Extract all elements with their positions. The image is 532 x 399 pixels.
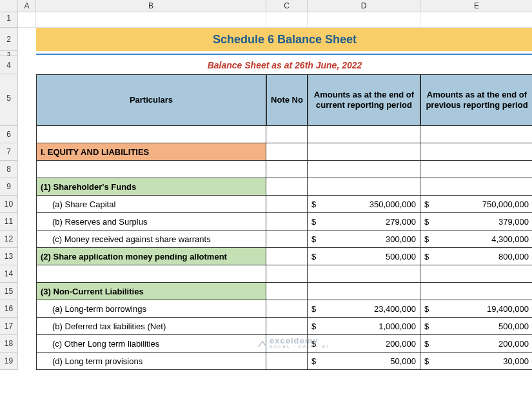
page-title[interactable]: Schedule 6 Balance Sheet xyxy=(36,28,532,51)
amount-current-cell[interactable]: $350,000,000 xyxy=(308,196,420,213)
row-header-18[interactable]: 18 xyxy=(0,335,18,353)
row-header-11[interactable]: 11 xyxy=(0,213,18,230)
note-no-cell[interactable] xyxy=(266,248,308,265)
cell[interactable] xyxy=(18,213,36,230)
cell[interactable] xyxy=(18,353,36,370)
amount-current-cell[interactable]: $200,000 xyxy=(308,335,420,353)
particulars-cell[interactable] xyxy=(36,126,266,143)
col-header-C[interactable]: C xyxy=(266,0,308,12)
particulars-cell[interactable]: (c) Money received against share warrant… xyxy=(36,230,266,248)
note-no-cell[interactable] xyxy=(266,161,308,178)
cell[interactable] xyxy=(18,51,36,56)
amount-current-cell[interactable] xyxy=(308,283,420,300)
amount-previous-cell[interactable]: $19,400,000 xyxy=(420,300,532,318)
amount-current-cell[interactable]: $279,000 xyxy=(308,213,420,230)
amount-previous-cell[interactable] xyxy=(420,143,532,161)
note-no-cell[interactable] xyxy=(266,318,308,335)
header-previous[interactable]: Amounts as at the end of previous report… xyxy=(420,74,532,126)
amount-current-cell[interactable]: $1,000,000 xyxy=(308,318,420,335)
note-no-cell[interactable] xyxy=(266,230,308,248)
amount-previous-cell[interactable]: $750,000,000 xyxy=(420,196,532,213)
row-header-5[interactable]: 5 xyxy=(0,74,18,126)
amount-current-cell[interactable] xyxy=(308,126,420,143)
amount-previous-cell[interactable] xyxy=(420,178,532,196)
particulars-cell[interactable]: (b) Deferred tax liabilities (Net) xyxy=(36,318,266,335)
row-header-6[interactable]: 6 xyxy=(0,126,18,143)
row-header-9[interactable]: 9 xyxy=(0,178,18,196)
row-header-8[interactable]: 8 xyxy=(0,161,18,178)
amount-previous-cell[interactable]: $4,300,000 xyxy=(420,230,532,248)
header-particulars[interactable]: Particulars xyxy=(36,74,266,126)
row-header-12[interactable]: 12 xyxy=(0,230,18,248)
row-header-19[interactable]: 19 xyxy=(0,353,18,370)
cell[interactable] xyxy=(18,74,36,126)
cell[interactable] xyxy=(266,12,308,28)
amount-previous-cell[interactable]: $30,000 xyxy=(420,353,532,370)
amount-current-cell[interactable] xyxy=(308,143,420,161)
cell[interactable] xyxy=(18,230,36,248)
particulars-cell[interactable]: (b) Reserves and Surplus xyxy=(36,213,266,230)
cell[interactable] xyxy=(18,265,36,283)
cell[interactable] xyxy=(18,335,36,353)
amount-current-cell[interactable]: $50,000 xyxy=(308,353,420,370)
select-all-corner[interactable] xyxy=(0,0,18,12)
amount-current-cell[interactable] xyxy=(308,161,420,178)
row-header-7[interactable]: 7 xyxy=(0,143,18,161)
particulars-cell[interactable] xyxy=(36,161,266,178)
note-no-cell[interactable] xyxy=(266,213,308,230)
particulars-cell[interactable]: (a) Share Capital xyxy=(36,196,266,213)
particulars-cell[interactable]: (a) Long-term borrowings xyxy=(36,300,266,318)
cell[interactable] xyxy=(18,28,36,51)
row-header-1[interactable]: 1 xyxy=(0,12,18,28)
note-no-cell[interactable] xyxy=(266,335,308,353)
note-no-cell[interactable] xyxy=(266,143,308,161)
particulars-cell[interactable]: (2) Share application money pending allo… xyxy=(36,248,266,265)
amount-previous-cell[interactable] xyxy=(420,265,532,283)
cell[interactable] xyxy=(420,12,532,28)
particulars-cell[interactable]: (d) Long term provisions xyxy=(36,353,266,370)
cell[interactable] xyxy=(18,248,36,265)
amount-current-cell[interactable]: $500,000 xyxy=(308,248,420,265)
cell[interactable] xyxy=(36,12,266,28)
row-header-13[interactable]: 13 xyxy=(0,248,18,265)
amount-previous-cell[interactable]: $379,000 xyxy=(420,213,532,230)
row-header-10[interactable]: 10 xyxy=(0,196,18,213)
cell[interactable] xyxy=(18,161,36,178)
note-no-cell[interactable] xyxy=(266,178,308,196)
particulars-cell[interactable]: (c) Other Long term liabilities xyxy=(36,335,266,353)
header-note-no[interactable]: Note No xyxy=(266,74,308,126)
amount-previous-cell[interactable]: $800,000 xyxy=(420,248,532,265)
cell[interactable] xyxy=(18,178,36,196)
col-header-B[interactable]: B xyxy=(36,0,266,12)
note-no-cell[interactable] xyxy=(266,196,308,213)
cell[interactable] xyxy=(18,12,36,28)
row-header-17[interactable]: 17 xyxy=(0,318,18,335)
subtitle[interactable]: Balance Sheet as at 26th June, 2022 xyxy=(36,56,532,74)
amount-previous-cell[interactable] xyxy=(420,126,532,143)
cell[interactable] xyxy=(18,283,36,300)
row-header-2[interactable]: 2 xyxy=(0,28,18,51)
note-no-cell[interactable] xyxy=(266,353,308,370)
note-no-cell[interactable] xyxy=(266,283,308,300)
header-current[interactable]: Amounts as at the end of current reporti… xyxy=(308,74,420,126)
note-no-cell[interactable] xyxy=(266,126,308,143)
particulars-cell[interactable]: I. EQUITY AND LIABILITIES xyxy=(36,143,266,161)
cell[interactable] xyxy=(18,318,36,335)
amount-current-cell[interactable]: $300,000 xyxy=(308,230,420,248)
cell[interactable] xyxy=(18,126,36,143)
amount-current-cell[interactable] xyxy=(308,178,420,196)
amount-current-cell[interactable] xyxy=(308,265,420,283)
row-header-3[interactable]: 3 xyxy=(0,51,18,56)
cell[interactable] xyxy=(308,12,420,28)
amount-previous-cell[interactable]: $500,000 xyxy=(420,318,532,335)
col-header-A[interactable]: A xyxy=(18,0,36,12)
amount-previous-cell[interactable] xyxy=(420,161,532,178)
row-header-15[interactable]: 15 xyxy=(0,283,18,300)
cell[interactable] xyxy=(18,56,36,74)
particulars-cell[interactable] xyxy=(36,265,266,283)
note-no-cell[interactable] xyxy=(266,265,308,283)
cell[interactable] xyxy=(18,143,36,161)
row-header-4[interactable]: 4 xyxy=(0,56,18,74)
amount-current-cell[interactable]: $23,400,000 xyxy=(308,300,420,318)
particulars-cell[interactable]: (1) Shareholder's Funds xyxy=(36,178,266,196)
